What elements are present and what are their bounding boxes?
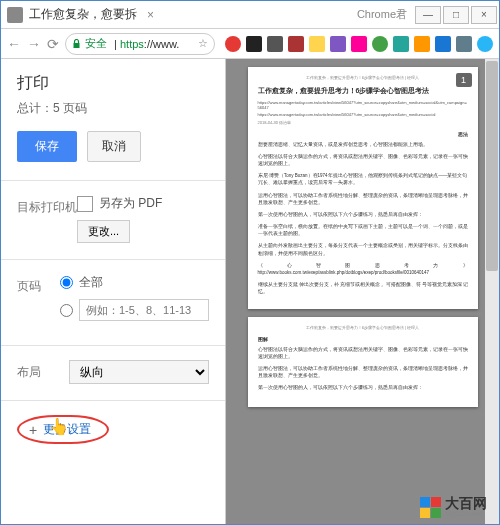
pages-range-field[interactable] xyxy=(79,299,209,321)
cancel-button[interactable]: 取消 xyxy=(87,131,141,162)
paragraph: 《心智图思考力》http://www.books.com.tw/exep/ass… xyxy=(258,262,468,276)
pages-all-input[interactable] xyxy=(60,276,73,289)
forward-button[interactable]: → xyxy=(27,34,41,54)
print-sidebar: 打印 总计：5 页码 保存 取消 目标打印机 另存为 PDF 更改... 页码 … xyxy=(1,59,226,524)
paragraph: 心智图法以符合大脑运作的方式，将资讯或想法用关键字、图像、色彩等元素，记录在一张… xyxy=(258,153,468,167)
ext-icon[interactable] xyxy=(477,36,493,52)
extensions xyxy=(225,36,493,52)
secure-label: 安全 xyxy=(85,36,107,51)
watermark-logo-icon xyxy=(420,497,441,518)
paragraph: 运用心智图法，可以协助工作者系统性地分解、整理庞杂的资讯，条理清晰地呈现思考脉络… xyxy=(258,365,468,379)
watermark: 大百网 big100.net xyxy=(420,496,487,518)
tab-favicon xyxy=(7,7,23,23)
more-settings-label: 更多设置 xyxy=(43,421,91,438)
print-title: 打印 xyxy=(17,73,209,94)
divider xyxy=(1,345,225,346)
bookmark-star-icon[interactable]: ☆ xyxy=(198,37,208,50)
url-rest: ://www. xyxy=(144,38,179,50)
scroll-thumb[interactable] xyxy=(486,61,498,271)
paragraph: 第一次使用心智图的人，可以依照以下六个步骤练习，熟悉后再自由发挥： xyxy=(258,384,468,391)
address-bar[interactable]: 安全 | https ://www. ☆ xyxy=(65,33,215,55)
tab-close-icon[interactable]: × xyxy=(147,8,154,22)
ext-icon[interactable] xyxy=(351,36,367,52)
paragraph: 第一次使用心智图的人，可以依照以下六个步骤练习，熟悉后再自由发挥： xyxy=(258,211,468,218)
plus-icon: + xyxy=(29,422,37,438)
paragraph: 想要厘清思绪、记忆大量资讯，或是发挥创意思考，心智图法都能派上用场。 xyxy=(258,141,468,148)
section-label: 思法 xyxy=(258,131,468,137)
ext-icon[interactable] xyxy=(414,36,430,52)
pages-label: 页码 xyxy=(17,274,60,295)
svg-rect-0 xyxy=(74,43,80,48)
save-button[interactable]: 保存 xyxy=(17,131,77,162)
page-number-badge: 1 xyxy=(456,73,472,87)
ext-icon[interactable] xyxy=(393,36,409,52)
print-preview: 1 工作愈复杂，愈要提升思考力！6步骤学会心智图思考法 | 经理人 工作愈复杂，… xyxy=(226,59,499,524)
toolbar: ← → ⟳ 安全 | https ://www. ☆ ⋮ xyxy=(1,29,499,59)
ext-icon[interactable] xyxy=(267,36,283,52)
preview-page-2: 工作愈复杂，愈要提升思考力！6步骤学会心智图思考法 | 经理人 图解 心智图法以… xyxy=(248,317,478,407)
section-label: 图解 xyxy=(258,336,468,342)
divider xyxy=(1,180,225,181)
layout-label: 布局 xyxy=(17,360,69,381)
pages-range-radio[interactable] xyxy=(60,299,209,321)
print-total: 总计：5 页码 xyxy=(17,100,209,117)
pages-all-radio[interactable]: 全部 xyxy=(60,274,209,291)
close-window-button[interactable]: × xyxy=(471,6,497,24)
watermark-cn: 大百网 xyxy=(445,496,487,510)
layout-select[interactable]: 纵向 xyxy=(69,360,209,384)
ext-icon[interactable] xyxy=(435,36,451,52)
page-header: 工作愈复杂，愈要提升思考力！6步骤学会心智图思考法 | 经理人 xyxy=(258,325,468,330)
browser-window: 工作愈复杂，愈要拆 × Chrome君 ― □ × ← → ⟳ 安全 | htt… xyxy=(0,0,500,525)
tab-title[interactable]: 工作愈复杂，愈要拆 xyxy=(29,6,139,23)
ext-icon[interactable] xyxy=(246,36,262,52)
paragraph: 运用心智图法，可以协助工作者系统性地分解、整理庞杂的资讯，条理清晰地呈现思考脉络… xyxy=(258,192,468,206)
article-date: 2018-04-30 孫治華 xyxy=(258,120,468,125)
destination-value: 另存为 PDF xyxy=(99,195,162,212)
paragraph: 心智图法以符合大脑运作的方式，将资讯或想法用关键字、图像、色彩等元素，记录在一张… xyxy=(258,346,468,360)
back-button[interactable]: ← xyxy=(7,34,21,54)
page-header: 工作愈复杂，愈要提升思考力！6步骤学会心智图思考法 | 经理人 xyxy=(258,75,468,80)
reload-button[interactable]: ⟳ xyxy=(47,34,59,54)
pages-all-label: 全部 xyxy=(79,274,103,291)
lock-icon xyxy=(72,38,81,50)
divider xyxy=(1,259,225,260)
minimize-button[interactable]: ― xyxy=(415,6,441,24)
pages-range-input[interactable] xyxy=(60,304,73,317)
ext-icon[interactable] xyxy=(330,36,346,52)
chrome-label: Chrome君 xyxy=(357,7,407,22)
url-scheme: https xyxy=(120,38,144,50)
destination-label: 目标打印机 xyxy=(17,195,77,216)
watermark-en: big100.net xyxy=(445,510,487,518)
scrollbar[interactable] xyxy=(485,59,499,524)
preview-page-1: 1 工作愈复杂，愈要提升思考力！6步骤学会心智图思考法 | 经理人 工作愈复杂，… xyxy=(248,67,478,309)
maximize-button[interactable]: □ xyxy=(443,6,469,24)
paragraph: 东尼·博赞（Tony Buzan）在1974年提出心智图法，他观察到传统条列式笔… xyxy=(258,172,468,186)
article-url: https://www.managertoday.com.tw/articles… xyxy=(258,112,468,117)
paragraph: 继续从主要分支延伸出次要分支，补充细节或相关概念。可搭配图像、符号等视觉元素加深… xyxy=(258,281,468,295)
article-title: 工作愈复杂，愈要提升思考力！6步骤学会心智图思考法 xyxy=(258,86,468,96)
ext-icon[interactable] xyxy=(309,36,325,52)
pdf-icon xyxy=(77,196,93,212)
titlebar: 工作愈复杂，愈要拆 × Chrome君 ― □ × xyxy=(1,1,499,29)
ext-icon[interactable] xyxy=(288,36,304,52)
divider xyxy=(1,400,225,401)
paragraph: 从主题向外发散画出主要分支，每条分支代表一个主要概念或类别，用关键字标示。分支线… xyxy=(258,242,468,256)
ext-icon[interactable] xyxy=(372,36,388,52)
more-settings-link[interactable]: + 更多设置 xyxy=(17,415,109,444)
change-destination-button[interactable]: 更改... xyxy=(77,220,130,243)
ext-icon[interactable] xyxy=(225,36,241,52)
article-url: https://www.managertoday.com.tw/articles… xyxy=(258,100,468,110)
ext-icon[interactable] xyxy=(456,36,472,52)
content: 打印 总计：5 页码 保存 取消 目标打印机 另存为 PDF 更改... 页码 … xyxy=(1,59,499,524)
paragraph: 准备一张空白纸，横向放置。在纸的中央写下或画下主题，主题可以是一个词、一个问题，… xyxy=(258,223,468,237)
